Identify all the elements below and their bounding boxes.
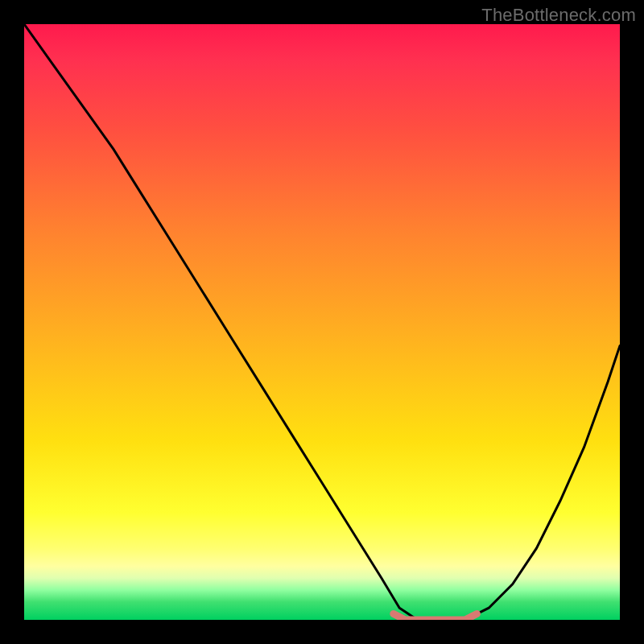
curve-layer bbox=[24, 24, 620, 620]
bottleneck-curve bbox=[24, 24, 620, 620]
attribution-text: TheBottleneck.com bbox=[481, 5, 636, 26]
plot-area bbox=[24, 24, 620, 620]
flat-segment-marker bbox=[394, 614, 477, 620]
chart-frame: TheBottleneck.com bbox=[0, 0, 644, 644]
